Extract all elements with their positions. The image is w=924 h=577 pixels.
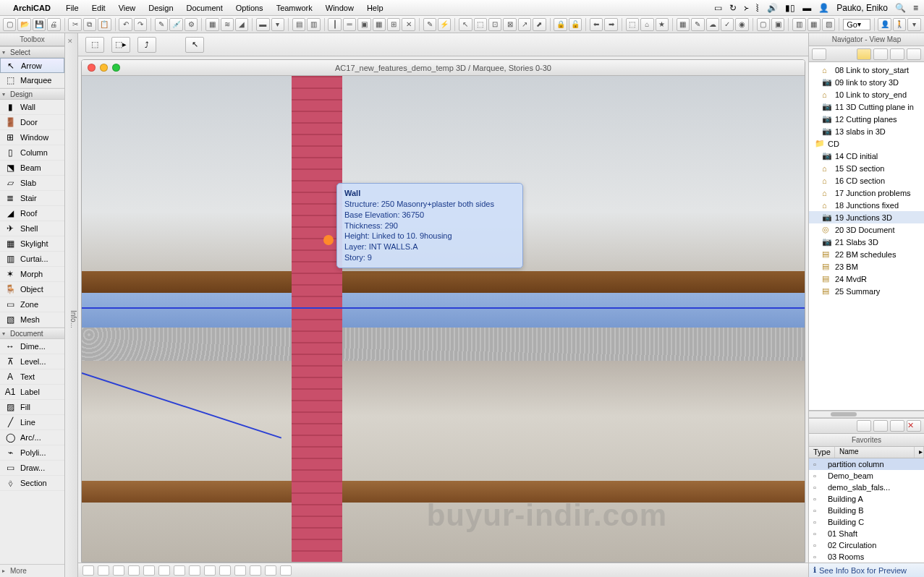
navigator-tree[interactable]: ⌂08 Link to story_start📷09 link to story… [809,62,924,411]
tool-btn[interactable]: 🔓 [569,18,582,31]
tool-beam[interactable]: ⬔Beam [0,161,64,176]
tool-roof[interactable]: ◢Roof [0,206,64,221]
nav-item[interactable]: ▤25 Summary [809,285,924,297]
tool-column[interactable]: ▯Column [0,145,64,161]
tool-btn[interactable]: ⬚ [474,18,487,31]
more-row[interactable]: More [0,564,64,577]
tool-btn[interactable]: ⬈ [533,18,546,31]
tool-btn[interactable]: ═ [343,18,356,31]
status-btn[interactable] [204,565,216,576]
pick-btn[interactable]: ✎ [155,18,168,31]
menu-extra-icon[interactable]: ≡ [913,3,918,13]
tool-btn[interactable]: 👤 [878,18,891,31]
fav-col-name[interactable]: Name [835,447,915,458]
design-header[interactable]: Design [0,88,64,100]
select-header[interactable]: Select [0,46,64,58]
tool-door[interactable]: 🚪Door [0,115,64,130]
tool-dime[interactable]: ↔Dime... [0,339,64,354]
nav-item[interactable]: ⌂15 SD section [809,162,924,174]
status-btn[interactable] [143,565,155,576]
tool-slab[interactable]: ▱Slab [0,176,64,191]
tool-btn[interactable]: ★ [656,18,669,31]
tool-btn[interactable]: ☁ [706,18,719,31]
tool-wall[interactable]: ▮Wall [0,100,64,115]
tool-btn[interactable]: ✎ [691,18,704,31]
nav-item[interactable]: ▤23 BM [809,260,924,273]
nav-item[interactable]: ◎20 3D Document [809,223,924,236]
tool-btn[interactable]: ⌂ [640,18,653,31]
tool-shell[interactable]: ✈Shell [0,221,64,236]
tool-btn[interactable]: ▦ [373,18,386,31]
menu-document[interactable]: Document [180,4,229,12]
status-btn[interactable] [189,565,200,576]
app-name[interactable]: ArchiCAD [13,4,51,12]
favorite-item[interactable]: ▫partition column [809,458,924,470]
inject-btn[interactable]: 💉 [169,18,182,31]
status-btn[interactable] [98,565,109,576]
nav-item[interactable]: 📷21 Slabs 3D [809,236,924,248]
flag-icon[interactable]: ▬ [802,3,811,13]
sync-icon[interactable]: ↻ [729,3,737,13]
nav-tab-extra[interactable] [907,48,921,60]
battery-icon[interactable]: ▮▯ [785,3,795,13]
nav-tab-publisher[interactable] [890,48,904,60]
tool-btn[interactable]: ⬚ [626,18,639,31]
fav-col-extra[interactable]: ▸ [915,447,924,458]
fav-col-type[interactable]: Type ▴ [809,447,835,458]
favorite-item[interactable]: ▫Building A [809,493,924,505]
fav-delete-btn[interactable]: ✕ [907,420,921,432]
status-btn[interactable] [174,565,185,576]
tool-btn[interactable]: ▣ [357,18,370,31]
favorite-item[interactable]: ▫Building B [809,505,924,516]
status-btn[interactable] [128,565,140,576]
nav-item[interactable]: ⌂08 Link to story_start [809,64,924,76]
tool-btn[interactable]: ▧ [822,18,835,31]
tool-object[interactable]: 🪑Object [0,282,64,297]
status-btn[interactable] [219,565,231,576]
new-btn[interactable]: ▢ [3,18,16,31]
tool-btn[interactable]: ◉ [735,18,748,31]
tool-btn[interactable]: ▬ [256,18,269,31]
tool-btn[interactable]: ↖ [459,18,472,31]
status-btn[interactable] [113,565,124,576]
tool-btn[interactable]: 🚶 [893,18,906,31]
favorites-list[interactable]: ▫partition column▫Demo_beam▫demo_slab_fa… [809,458,924,563]
tool-zone[interactable]: ▭Zone [0,297,64,312]
menu-teamwork[interactable]: Teamwork [270,4,319,12]
volume-icon[interactable]: 🔊 [767,3,778,13]
menu-help[interactable]: Help [360,4,390,12]
tool-btn[interactable]: ≋ [221,18,234,31]
nav-item[interactable]: 📷14 CD initial [809,150,924,162]
status-btn[interactable] [158,565,170,576]
favorite-item[interactable]: ▫03 Rooms [809,551,924,563]
tool-polyli[interactable]: ⌁Polyli... [0,445,64,461]
tool-arrow[interactable]: ↖Arrow [0,58,64,73]
tool-btn[interactable]: ▥ [307,18,320,31]
tool-btn[interactable]: ✎ [423,18,436,31]
tool-fill[interactable]: ▨Fill [0,400,64,415]
tool-stair[interactable]: ≣Stair [0,191,64,206]
status-btn[interactable] [234,565,246,576]
menu-window[interactable]: Window [319,4,360,12]
nav-tab-layout[interactable] [873,48,888,60]
user-icon[interactable]: 👤 [818,3,829,13]
tool-text[interactable]: AText [0,369,64,385]
tool-btn[interactable]: ▾ [271,18,284,31]
arrow-cursor-btn[interactable]: ↖ [185,37,204,53]
minimize-icon[interactable] [100,64,108,72]
nav-item[interactable]: 📁CD [809,137,924,150]
tool-morph[interactable]: ✶Morph [0,267,64,282]
nav-item[interactable]: 📷13 slabs in 3D [809,125,924,137]
status-btn[interactable] [250,565,261,576]
cut-btn[interactable]: ✂ [68,18,81,31]
tool-line[interactable]: ╱Line [0,415,64,430]
tool-btn[interactable]: ⊠ [503,18,516,31]
wifi-icon[interactable]: ⦚ [755,3,760,13]
tool-btn[interactable]: ▦ [677,18,690,31]
tool-btn[interactable]: ↗ [518,18,531,31]
go-combo[interactable]: Go ▾ [843,19,870,30]
menu-options[interactable]: Options [229,4,270,12]
spotlight-icon[interactable]: 🔍 [895,3,906,13]
menu-edit[interactable]: Edit [85,4,112,12]
menu-design[interactable]: Design [142,4,179,12]
